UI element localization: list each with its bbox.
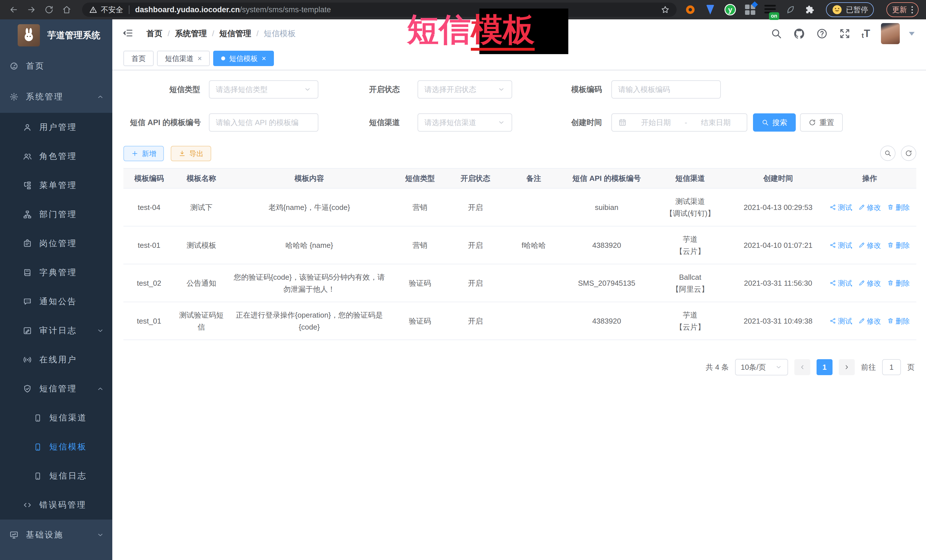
delete-link[interactable]: 删除 [887,315,910,327]
goto-page-input[interactable] [882,359,901,375]
sidebar-item-home[interactable]: 首页 [0,51,112,81]
sidebar-item-error-codes[interactable]: 错误码管理 [0,491,112,519]
breadcrumb-sms[interactable]: 短信管理 [219,28,251,39]
next-page-button[interactable] [839,359,855,375]
reset-button[interactable]: 重置 [800,113,843,131]
close-icon[interactable]: × [198,55,202,62]
toggle-search-button[interactable] [880,146,896,161]
sidebar-item-audit-log[interactable]: 审计日志 [0,316,112,345]
sidebar-item-posts[interactable]: 岗位管理 [0,229,112,258]
audit-log-icon [23,326,32,335]
search-icon[interactable] [770,28,782,39]
sidebar-item-dictionary[interactable]: 字典管理 [0,258,112,287]
breadcrumb-home[interactable]: 首页 [147,28,162,39]
table-row: test_02 公告通知 您的验证码{code}，该验证码5分钟内有效，请勿泄漏… [123,264,916,302]
sidebar-item-system[interactable]: 系统管理 [0,81,112,113]
start-date-input[interactable] [631,118,681,127]
delete-link[interactable]: 删除 [887,277,910,289]
sms-type-select[interactable] [209,80,318,98]
extension-list-icon[interactable]: on [764,4,776,15]
add-button[interactable]: 新增 [123,146,164,161]
create-time-label: 创建时间 [511,113,602,131]
browser-update-button[interactable]: 更新 [887,2,918,17]
update-label: 更新 [892,5,907,15]
app-logo[interactable]: 芋道管理系统 [0,20,112,51]
api-template-id-label: 短信 API 的模板编号 [112,113,201,131]
export-button[interactable]: 导出 [171,146,211,161]
help-icon[interactable] [816,28,828,39]
tab-sms-channel[interactable]: 短信渠道 × [157,51,210,66]
edit-icon [858,318,865,324]
browser-menu-icon[interactable] [911,6,913,14]
extension-blue-pin-icon[interactable] [705,4,716,15]
create-time-range-picker[interactable]: - [611,113,747,131]
test-link[interactable]: 测试 [830,239,852,251]
extension-grid-icon[interactable] [744,4,756,15]
paused-label: 已暂停 [846,5,868,15]
browser-back-button[interactable] [8,3,20,16]
goto-label: 前往 [861,362,876,372]
search-button[interactable]: 搜索 [753,113,796,131]
sidebar-fold-button[interactable] [122,27,135,40]
fullscreen-icon[interactable] [839,28,851,39]
delete-link[interactable]: 删除 [887,239,910,251]
prev-page-button[interactable] [794,359,810,375]
sidebar-item-sms[interactable]: 短信管理 [0,374,112,403]
page-size-select[interactable]: 10条/页 [735,359,788,376]
extension-orange-ring-icon[interactable] [685,4,696,15]
edit-link[interactable]: 修改 [858,315,881,327]
close-icon[interactable]: × [262,55,266,62]
profile-paused-pill[interactable]: 已暂停 [826,2,874,17]
sidebar-item-menus[interactable]: 菜单管理 [0,171,112,200]
refresh-icon [905,149,912,157]
test-link[interactable]: 测试 [830,277,852,289]
edit-link[interactable]: 修改 [858,239,881,251]
bookmark-star-icon[interactable] [661,5,670,14]
end-date-input[interactable] [691,118,740,127]
tab-sms-template[interactable]: 短信模板 × [213,51,274,66]
current-page-button[interactable]: 1 [817,359,832,375]
api-template-id-input[interactable] [209,113,318,131]
extensions-puzzle-icon[interactable] [804,4,816,15]
delete-link[interactable]: 删除 [887,201,910,213]
extension-y-icon[interactable]: y [725,4,736,15]
chevron-down-icon [96,327,104,335]
breadcrumb-system[interactable]: 系统管理 [175,28,207,39]
status-select[interactable] [418,80,512,98]
phone-icon [33,472,42,480]
test-link[interactable]: 测试 [830,315,852,327]
sidebar-item-sms-channel[interactable]: 短信渠道 [0,403,112,432]
edit-link[interactable]: 修改 [858,277,881,289]
test-link[interactable]: 测试 [830,201,852,213]
template-code-input[interactable] [611,80,721,98]
table-row: test-01 测试模板 哈哈哈 {name} 营销 开启 f哈哈哈 43839… [123,226,916,264]
sidebar-item-departments[interactable]: 部门管理 [0,200,112,229]
edit-link[interactable]: 修改 [858,201,881,213]
sidebar-item-online-users[interactable]: 在线用户 [0,345,112,374]
sidebar-item-sms-template[interactable]: 短信模板 [0,432,112,462]
chevron-right-icon [843,364,850,371]
browser-home-button[interactable] [61,3,73,16]
tab-home[interactable]: 首页 [123,51,154,66]
browser-reload-button[interactable] [43,3,55,16]
user-avatar[interactable] [881,23,900,44]
sidebar-item-announcements[interactable]: 通知公告 [0,287,112,316]
browser-forward-button[interactable] [25,3,38,16]
sidebar-item-roles[interactable]: 角色管理 [0,142,112,171]
avatar-caret-icon[interactable] [909,32,915,36]
text-size-icon[interactable]: tT [862,28,870,39]
trash-icon [887,280,894,286]
sidebar-item-users[interactable]: 用户管理 [0,113,112,142]
address-bar[interactable]: 不安全 dashboard.yudao.iocoder.cn/system/sm… [82,3,676,17]
trash-icon [887,242,894,248]
channel-select[interactable] [418,113,512,131]
sidebar-item-infrastructure[interactable]: 基础设施 [0,519,112,550]
extension-feather-icon[interactable] [784,4,796,15]
github-icon[interactable] [793,28,805,39]
plus-icon [131,150,139,157]
trash-icon [887,204,894,210]
refresh-table-button[interactable] [901,146,916,161]
total-count: 共 4 条 [706,362,729,372]
chevron-down-icon [497,86,505,94]
sidebar-item-sms-log[interactable]: 短信日志 [0,462,112,491]
